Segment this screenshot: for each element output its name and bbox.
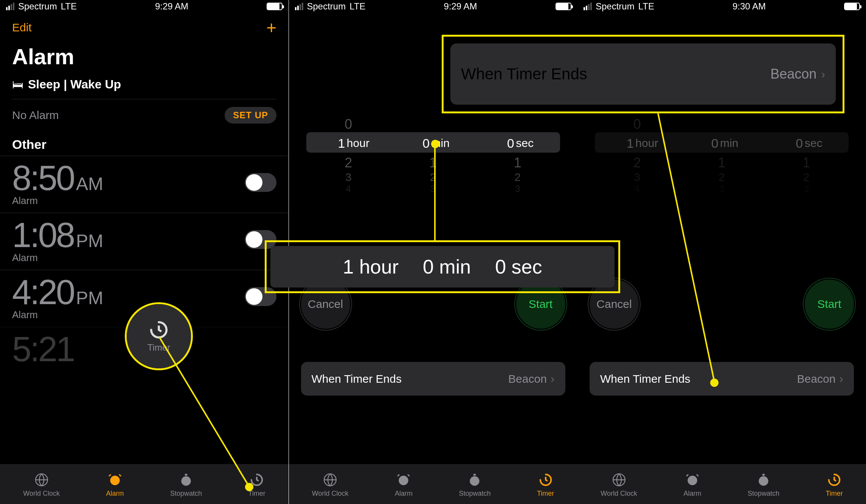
status-bar: Spectrum LTE 9:30 AM — [577, 0, 866, 13]
chevron-right-icon: › — [839, 372, 843, 386]
start-button[interactable]: Start — [805, 280, 854, 329]
alarm-toggle[interactable] — [245, 287, 276, 306]
duration-picker[interactable]: 0 1 hour 2 3 4 0 min 1 2 3 0 sec 1 2 3 — [306, 94, 560, 185]
when-timer-ends-row[interactable]: When Timer Ends Beacon› — [301, 362, 565, 396]
carrier-label: Spectrum — [18, 1, 57, 12]
tab-stopwatch[interactable]: Stopwatch — [170, 472, 202, 498]
alarm-ampm: AM — [76, 173, 103, 194]
signal-icon — [295, 3, 303, 10]
clock-label: 9:30 AM — [733, 1, 766, 12]
globe-icon — [611, 472, 627, 488]
phone-screen-timer-when-ends: Spectrum LTE 9:30 AM 01hour234 0min123 0… — [577, 0, 866, 504]
alarm-label: Alarm — [12, 309, 103, 321]
chevron-right-icon: › — [551, 372, 555, 386]
setup-button[interactable]: SET UP — [225, 107, 276, 124]
tab-bar: World Clock Alarm Stopwatch Timer — [289, 464, 577, 504]
alarm-item[interactable]: 5:21 — [0, 327, 289, 375]
alarm-item[interactable]: 4:20PM Alarm — [0, 270, 289, 327]
cancel-button[interactable]: Cancel — [301, 280, 350, 329]
tab-alarm[interactable]: Alarm — [106, 472, 124, 498]
svg-point-10 — [759, 476, 768, 485]
tab-stopwatch[interactable]: Stopwatch — [748, 472, 779, 498]
tab-label: Timer — [826, 490, 843, 498]
tab-world-clock[interactable]: World Clock — [601, 472, 637, 498]
sleep-section-header: Sleep | Wake Up — [28, 77, 121, 91]
svg-rect-11 — [762, 474, 765, 476]
globe-icon — [33, 472, 50, 488]
carrier-label: Spectrum — [307, 1, 346, 12]
tab-label: World Clock — [601, 490, 637, 498]
svg-rect-7 — [473, 474, 476, 476]
signal-icon — [584, 3, 592, 10]
tab-alarm[interactable]: Alarm — [395, 472, 413, 498]
add-alarm-button[interactable]: + — [266, 19, 276, 36]
alarm-toggle[interactable] — [245, 173, 276, 192]
alarm-toggle[interactable] — [245, 230, 276, 249]
clock-label: 9:29 AM — [444, 1, 477, 12]
alarm-clock-icon — [107, 472, 123, 488]
tab-label: Stopwatch — [459, 490, 490, 498]
battery-icon — [556, 3, 571, 10]
alarm-clock-icon — [684, 472, 701, 488]
stopwatch-icon — [755, 472, 772, 488]
network-label: LTE — [638, 1, 654, 12]
alarm-clock-icon — [395, 472, 412, 488]
tab-label: Alarm — [106, 490, 124, 498]
when-ends-value: Beacon — [797, 373, 836, 385]
tab-timer[interactable]: Timer — [537, 472, 554, 498]
svg-point-5 — [399, 475, 408, 485]
start-button[interactable]: Start — [516, 280, 565, 329]
cancel-button[interactable]: Cancel — [590, 280, 639, 329]
carrier-label: Spectrum — [596, 1, 635, 12]
hour-picker[interactable]: 0 1 hour 2 3 4 — [306, 94, 391, 185]
tab-world-clock[interactable]: World Clock — [23, 472, 60, 498]
when-timer-ends-row[interactable]: When Timer Ends Beacon› — [590, 362, 854, 396]
phone-screen-timer-picker: Spectrum LTE 9:29 AM 0 1 hour 2 3 4 0 mi… — [289, 0, 577, 504]
bed-icon: 🛏 — [12, 78, 23, 91]
tab-label: Alarm — [683, 490, 701, 498]
duration-picker[interactable]: 01hour234 0min123 0sec123 — [595, 94, 849, 185]
alarm-item[interactable]: 1:08PM Alarm — [0, 213, 289, 270]
svg-point-2 — [181, 476, 191, 485]
alarm-item[interactable]: 8:50AM Alarm — [0, 156, 289, 213]
edit-button[interactable]: Edit — [12, 21, 32, 34]
tab-label: Timer — [537, 490, 554, 498]
timer-icon — [537, 472, 554, 488]
tab-bar: World Clock Alarm Stopwatch Timer — [577, 464, 866, 504]
tab-label: Stopwatch — [748, 490, 779, 498]
signal-icon — [6, 3, 14, 10]
stopwatch-icon — [178, 472, 194, 488]
alarm-ampm: PM — [76, 230, 103, 251]
second-picker[interactable]: 0 sec 1 2 3 — [475, 94, 560, 185]
tab-label: Alarm — [395, 490, 413, 498]
tab-timer[interactable]: Timer — [248, 472, 265, 498]
tab-timer[interactable]: Timer — [826, 472, 843, 498]
battery-icon — [267, 3, 282, 10]
alarm-label: Alarm — [12, 195, 103, 207]
tab-stopwatch[interactable]: Stopwatch — [459, 472, 490, 498]
svg-point-1 — [110, 475, 120, 485]
tab-bar: World Clock Alarm Stopwatch Timer — [0, 464, 289, 504]
stopwatch-icon — [466, 472, 483, 488]
svg-rect-3 — [185, 474, 187, 476]
tab-label: Stopwatch — [170, 490, 202, 498]
no-alarm-label: No Alarm — [12, 109, 59, 122]
clock-label: 9:29 AM — [155, 1, 188, 12]
status-bar: Spectrum LTE 9:29 AM — [289, 0, 577, 13]
when-ends-label: When Timer Ends — [312, 373, 402, 385]
when-ends-label: When Timer Ends — [600, 373, 690, 385]
battery-icon — [844, 3, 860, 10]
page-title: Alarm — [0, 39, 289, 74]
when-ends-value: Beacon — [508, 373, 547, 385]
network-label: LTE — [61, 1, 77, 12]
tab-alarm[interactable]: Alarm — [683, 472, 701, 498]
minute-picker[interactable]: 0 min 1 2 3 — [391, 94, 475, 185]
tab-label: World Clock — [23, 490, 60, 498]
globe-icon — [322, 472, 338, 488]
svg-point-6 — [470, 476, 480, 485]
alarm-time: 5:21 — [12, 329, 74, 369]
status-bar: Spectrum LTE 9:29 AM — [0, 0, 289, 13]
alarm-ampm: PM — [76, 288, 103, 308]
tab-world-clock[interactable]: World Clock — [312, 472, 349, 498]
alarm-label: Alarm — [12, 252, 103, 264]
